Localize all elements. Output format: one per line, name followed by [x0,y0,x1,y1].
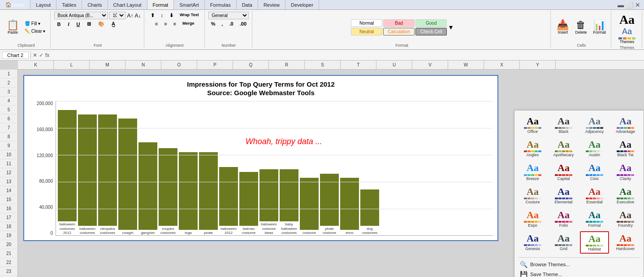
theme-item-breeze[interactable]: AaBreeze [518,161,547,182]
tab-tables[interactable]: Tables [56,0,82,9]
font-size-select[interactable]: 10 [109,12,125,19]
theme-item-angles[interactable]: AaAngles [518,137,547,159]
bold-button[interactable]: B [54,21,63,28]
decrease-decimal-button[interactable]: .0 [227,20,236,27]
bar-label: halloween 2012 [220,227,237,235]
align-middle-button[interactable]: ↕ [158,12,166,19]
theme-item-hardcover[interactable]: AaHardcover [611,231,640,254]
theme-item-couture[interactable]: AaCouture [518,185,547,206]
bar[interactable] [199,152,218,230]
style-bad[interactable]: Bad [383,19,415,27]
bar[interactable] [300,178,319,230]
bar-group: elmo [340,101,359,235]
decrease-font-button[interactable]: A↓ [134,13,141,19]
theme-item-austin[interactable]: AaAustin [580,137,609,159]
theme-item-capital[interactable]: AaCapital [549,161,578,182]
confirm-formula-icon[interactable]: ✓ [39,52,43,58]
tab-developer[interactable]: Developer [285,0,319,9]
theme-item-grid[interactable]: AaGrid [549,231,578,254]
font-name-select[interactable]: Book Antiqua (B... [54,12,108,19]
number-format-select[interactable]: General [208,12,249,19]
theme-item-civic[interactable]: AaCivic [580,161,609,182]
increase-font-button[interactable]: A↑ [127,13,133,19]
window-controls[interactable]: ▬ ⬜ ✕ [614,0,644,9]
cell-reference-input[interactable] [2,52,29,59]
theme-item-foundry[interactable]: AaFoundry [611,208,640,229]
comma-button[interactable]: , [219,20,225,27]
theme-item-adjacency[interactable]: AaAdjacency [580,114,609,136]
clear-button[interactable]: ✏️ Clear ▾ [22,28,48,35]
bar[interactable] [280,169,298,221]
chart[interactable]: Impressions for Top Query Terms for Oct … [23,75,498,241]
tab-format[interactable]: Format [147,0,174,9]
theme-item-executive[interactable]: AaExecutive [611,185,640,206]
fill-color-button[interactable]: 🎨 [95,20,107,28]
bar[interactable] [58,110,77,221]
themes-button[interactable]: Aa Aa Themes [615,12,639,45]
insert-button[interactable]: 📥 Insert [554,19,571,36]
theme-item-clarity[interactable]: AaClarity [611,161,640,182]
border-button[interactable]: ⊞ [84,20,94,28]
browse-themes-button[interactable]: 🔍 Browse Themes... [518,259,640,269]
bar[interactable] [259,169,278,221]
tab-charts[interactable]: Charts [82,0,108,9]
theme-item-folio[interactable]: AaFolio [549,208,578,229]
align-center-button[interactable]: ≡ [161,20,169,27]
align-top-button[interactable]: ⬆ [148,12,157,19]
theme-item-formal[interactable]: AaFormal [580,208,609,229]
paste-button[interactable]: 📋 Paste [4,19,21,36]
font-group: Book Antiqua (B... 10 A↑ A↓ B I U ⊞ 🎨 A̲ [52,11,144,48]
cancel-formula-icon[interactable]: ✕ [33,52,37,58]
style-check-cell[interactable]: Check Cell [415,28,447,35]
fill-button[interactable]: 🪣 Fill ▾ [22,20,48,27]
format-cells-button[interactable]: 📊 Format [591,19,608,36]
align-left-button[interactable]: ≡ [152,20,160,27]
font-color-button[interactable]: A̲ [109,20,118,28]
bar[interactable] [138,142,157,230]
tab-smartart[interactable]: SmartArt [174,0,204,9]
tab-review[interactable]: Review [258,0,285,9]
tab-data[interactable]: Data [237,0,258,9]
merge-button[interactable]: Merge [180,20,197,27]
style-neutral[interactable]: Neutral [351,28,382,35]
style-normal[interactable]: Normal [351,19,382,27]
theme-item-expo[interactable]: AaExpo [518,208,547,229]
bar[interactable] [219,167,238,226]
underline-button[interactable]: U [73,21,82,28]
bar[interactable] [159,148,177,226]
delete-button[interactable]: 🗑 Delete [573,19,589,36]
wrap-text-button[interactable]: Wrap Text [177,12,202,19]
align-bottom-button[interactable]: ⬇ [167,12,176,19]
italic-button[interactable]: I [65,21,72,28]
theme-item-advantage[interactable]: AaAdvantage [611,114,640,136]
percent-button[interactable]: % [208,20,218,27]
theme-item-black-tie[interactable]: AaBlack Tie [611,137,640,159]
tab-home[interactable]: 🏠 Home [0,0,30,9]
increase-decimal-button[interactable]: .00 [237,20,249,27]
col-header-r: R [269,61,305,69]
bar[interactable] [360,189,379,226]
style-good[interactable]: Good [415,19,447,27]
bar[interactable] [118,119,137,230]
tab-chart-layout[interactable]: Chart Layout [108,0,147,9]
align-right-button[interactable]: ≡ [171,20,179,27]
bar[interactable] [340,178,359,230]
theme-item-genesis[interactable]: AaGenesis [518,231,547,254]
theme-item-black[interactable]: AaBlack [549,114,578,136]
theme-item-habitat[interactable]: AaHabitat [580,231,609,254]
tab-layout[interactable]: Layout [30,0,56,9]
theme-item-essential[interactable]: AaEssential [580,185,609,206]
save-theme-button[interactable]: 💾 Save Theme... [518,269,640,277]
tab-formulas[interactable]: Formulas [205,0,237,9]
style-calculation[interactable]: Calculation [383,28,415,35]
bar[interactable] [239,172,258,226]
expand-styles-button[interactable]: ▾ [449,23,453,31]
bar-label: baby halloween costumes [281,222,297,235]
insert-function-icon[interactable]: fx [45,52,49,58]
formula-bar-divider [30,52,31,59]
bar[interactable] [179,152,198,230]
formula-input[interactable] [51,52,642,58]
theme-item-office[interactable]: AaOffice [518,114,547,136]
theme-item-apothecary[interactable]: AaApothecary [549,137,578,159]
theme-item-elemental[interactable]: AaElemental [549,185,578,206]
